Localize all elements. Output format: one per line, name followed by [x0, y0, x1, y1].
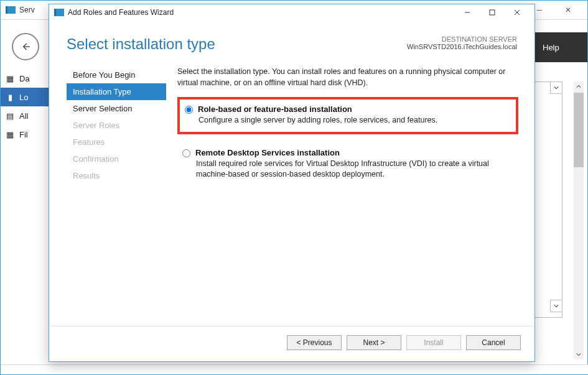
bg-dropdown-top[interactable]: [550, 81, 562, 94]
wizard-body: Before You Begin Installation Type Serve…: [49, 62, 534, 326]
option-role-based-desc: Configure a single server by adding role…: [198, 115, 510, 126]
option-role-based-title: Role-based or feature-based installation: [198, 104, 352, 114]
back-button[interactable]: [12, 33, 39, 60]
sidebar-item-all[interactable]: ▤All: [1, 106, 50, 125]
page-title: Select installation type: [67, 35, 215, 53]
step-features: Features: [67, 134, 166, 150]
step-installation-type[interactable]: Installation Type: [67, 83, 166, 100]
chevron-up-icon: [576, 84, 581, 89]
step-server-roles: Server Roles: [67, 117, 166, 134]
option-rds-desc: Install required role services for Virtu…: [196, 159, 512, 180]
chevron-down-icon: [554, 303, 559, 308]
svg-rect-0: [490, 10, 495, 15]
destination-server-block: DESTINATION SERVER WinSRVSTD2016.iTechGu…: [407, 35, 517, 50]
wizard-footer: < Previous Next > Install Cancel: [49, 326, 534, 361]
wizard-icon: [54, 9, 64, 16]
destination-value: WinSRVSTD2016.iTechGuides.local: [407, 43, 517, 50]
chevron-down-icon: [554, 85, 559, 90]
server-manager-icon: [6, 6, 16, 14]
previous-button[interactable]: < Previous: [287, 335, 342, 350]
wizard-window-buttons: [455, 5, 530, 20]
sidebar-item-file[interactable]: ▦Fil: [1, 125, 50, 144]
step-confirmation: Confirmation: [67, 150, 166, 167]
back-arrow-icon: [19, 40, 32, 53]
wizard-title: Add Roles and Features Wizard: [68, 8, 174, 17]
wizard-minimize-button[interactable]: [455, 5, 480, 20]
destination-label: DESTINATION SERVER: [407, 35, 517, 43]
scroll-down-button[interactable]: [574, 350, 584, 359]
wizard-content: Select the installation type. You can in…: [166, 62, 534, 326]
sidebar-item-dashboard[interactable]: ▦Da: [1, 69, 50, 88]
next-button[interactable]: Next >: [347, 335, 401, 350]
bg-statusbar: [1, 364, 588, 374]
step-before-you-begin[interactable]: Before You Begin: [67, 67, 166, 83]
step-server-selection[interactable]: Server Selection: [67, 100, 166, 117]
local-server-icon: ▮: [4, 93, 16, 101]
help-menu[interactable]: Help: [534, 32, 587, 62]
all-servers-icon: ▤: [4, 111, 16, 120]
wizard-close-button[interactable]: [505, 5, 530, 20]
option-role-based-radio[interactable]: [185, 106, 193, 114]
wizard-steps-nav: Before You Begin Installation Type Serve…: [67, 62, 166, 326]
install-button: Install: [406, 335, 461, 350]
bg-title: Serv: [19, 6, 35, 14]
option-rds-radio[interactable]: [182, 149, 190, 157]
file-services-icon: ▦: [4, 130, 16, 139]
wizard-titlebar: Add Roles and Features Wizard: [49, 4, 534, 21]
add-roles-wizard-dialog: Add Roles and Features Wizard Select ins…: [49, 4, 535, 362]
step-results: Results: [67, 167, 166, 184]
bg-dropdown-bottom[interactable]: [550, 300, 562, 312]
wizard-maximize-button[interactable]: [480, 5, 505, 20]
sidebar-item-local[interactable]: ▮Lo: [1, 88, 50, 106]
wizard-header: Select installation type DESTINATION SER…: [49, 21, 534, 62]
bg-sidebar: ▦Da ▮Lo ▤All ▦Fil: [1, 69, 50, 144]
option-role-based[interactable]: Role-based or feature-based installation…: [177, 97, 518, 134]
scroll-up-button[interactable]: [574, 81, 584, 91]
scroll-thumb[interactable]: [574, 93, 584, 167]
chevron-down-icon: [576, 352, 581, 357]
bg-scrollbar[interactable]: [574, 81, 584, 359]
dashboard-icon: ▦: [4, 74, 16, 83]
cancel-button[interactable]: Cancel: [466, 335, 521, 350]
bg-close-button[interactable]: ✕: [554, 4, 582, 16]
option-rds[interactable]: Remote Desktop Services installation Ins…: [177, 143, 518, 186]
intro-text: Select the installation type. You can in…: [177, 67, 518, 88]
option-rds-title: Remote Desktop Services installation: [195, 148, 340, 157]
